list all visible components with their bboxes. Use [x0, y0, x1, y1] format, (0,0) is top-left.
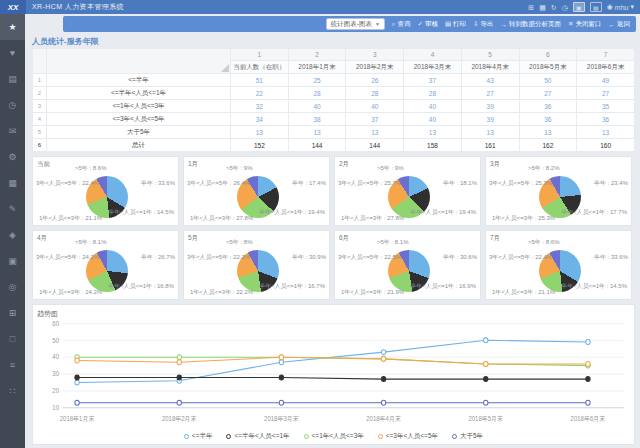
value-cell[interactable]: 13 — [288, 126, 346, 139]
toolbar-button-export[interactable]: ⇩导出 — [473, 20, 493, 29]
legend-marker-icon — [226, 434, 231, 439]
pie-slice-label: 半年<人员<=1年 : 14.5% — [561, 282, 627, 291]
value-cell[interactable]: 40 — [346, 100, 404, 113]
history-icon[interactable]: ◷ — [562, 4, 568, 11]
value-cell[interactable]: 40 — [404, 100, 462, 113]
value-cell[interactable]: 39 — [461, 113, 519, 126]
sidebar-item-diamond[interactable]: ◈ — [0, 222, 25, 248]
row-label: <=半年 — [47, 74, 231, 87]
value-cell[interactable]: 27 — [461, 87, 519, 100]
toolbar-button-back[interactable]: ←返回 — [609, 20, 631, 29]
pie-card-title: 7月 — [490, 234, 500, 243]
value-cell[interactable]: 50 — [519, 74, 577, 87]
pie-card-2月: 2月半年 : 18.1%半年<人员<=1年 : 19.4%1年<人员<=3年 :… — [334, 156, 481, 226]
goto-icon: → — [501, 21, 508, 28]
sidebar-item-dots[interactable]: ∷ — [0, 378, 25, 404]
value-cell[interactable]: 28 — [346, 87, 404, 100]
value-cell[interactable]: 40 — [404, 113, 462, 126]
value-cell[interactable]: 38 — [288, 113, 346, 126]
value-cell[interactable]: 49 — [577, 74, 635, 87]
toolbar-button-print[interactable]: ▤打印 — [445, 20, 466, 29]
view-select[interactable]: 统计图表-图表 ▼ — [326, 18, 385, 30]
row-label: <=1年<人员<=3年 — [47, 100, 231, 113]
data-point — [586, 340, 590, 345]
sidebar-item-grid[interactable]: ▤ — [0, 66, 25, 92]
sidebar-item-menu[interactable]: ≡ — [0, 352, 25, 378]
legend-item[interactable]: <=半年<人员<=1年 — [226, 432, 289, 441]
column-header: 2018年2月末 — [346, 61, 404, 74]
value-cell[interactable]: 34 — [231, 113, 289, 126]
value-cell[interactable]: 22 — [231, 87, 289, 100]
value-cell[interactable]: 35 — [577, 100, 635, 113]
pie-card-6月: 6月半年 : 30.6%半年<人员<=1年 : 16.9%1年<人员<=3年 :… — [334, 230, 481, 300]
value-cell[interactable]: 28 — [288, 87, 346, 100]
user-avatar-icon: ◉ — [607, 3, 613, 11]
legend-item[interactable]: <=1年<人员<=3年 — [304, 432, 364, 441]
sidebar-item-star[interactable]: ★ — [0, 14, 25, 40]
close-icon: ✕ — [568, 20, 573, 28]
column-number: 2 — [288, 49, 346, 61]
sidebar-item-box[interactable]: ▣ — [0, 248, 25, 274]
value-cell[interactable]: 13 — [231, 126, 289, 139]
value-cell[interactable]: 40 — [288, 100, 346, 113]
pie-grid: 当前半年 : 33.6%半年<人员<=1年 : 14.5%1年<人员<=3年 :… — [32, 156, 635, 300]
value-cell[interactable]: 13 — [346, 126, 404, 139]
value-cell[interactable]: 37 — [404, 74, 462, 87]
user-menu[interactable]: ◉ mhu ▾ — [607, 3, 634, 11]
value-cell[interactable]: 13 — [404, 126, 462, 139]
value-cell[interactable]: 13 — [577, 126, 635, 139]
refresh-icon[interactable]: ↻ — [551, 4, 557, 11]
value-cell[interactable]: 36 — [519, 100, 577, 113]
value-cell[interactable]: 32 — [231, 100, 289, 113]
value-cell[interactable]: 27 — [577, 87, 635, 100]
sidebar-item-doc[interactable]: □ — [0, 326, 25, 352]
value-cell[interactable]: 36 — [519, 113, 577, 126]
pie-card-title: 4月 — [37, 234, 47, 243]
expand-icon[interactable]: ⊞ — [528, 4, 534, 11]
value-cell[interactable]: 43 — [461, 74, 519, 87]
value-cell[interactable]: 27 — [519, 87, 577, 100]
pie-slice-label: 1年<人员<=3年 : 27.8% — [341, 214, 404, 223]
value-cell[interactable]: 25 — [288, 74, 346, 87]
sidebar-item-gear[interactable]: ⚙ — [0, 144, 25, 170]
sidebar-item-heart[interactable]: ♥ — [0, 40, 25, 66]
sidebar-item-target[interactable]: ◎ — [0, 274, 25, 300]
pie-slice-label: 半年 : 33.6% — [594, 253, 628, 262]
column-number: 6 — [519, 49, 577, 61]
value-cell[interactable]: 37 — [346, 113, 404, 126]
sidebar-item-plus[interactable]: ⊞ — [0, 300, 25, 326]
sidebar-item-chart[interactable]: ▦ — [0, 170, 25, 196]
sidebar-item-edit[interactable]: ✎ — [0, 196, 25, 222]
legend-item[interactable]: <=半年 — [184, 432, 213, 441]
value-cell[interactable]: 13 — [519, 126, 577, 139]
value-cell[interactable]: 39 — [461, 100, 519, 113]
apps-icon[interactable]: ▦ — [539, 4, 546, 11]
table-row: 4<=3年<人员<=5年34383740393636 — [33, 113, 635, 126]
trend-chart-card: 趋势图 1020304050602018年1月末2018年2月末2018年3月末… — [32, 304, 635, 445]
column-number: 4 — [404, 49, 462, 61]
pie-slice-label: 3年<人员<=5年 : 22.4% — [36, 179, 99, 188]
sidebar-item-mail[interactable]: ✉ — [0, 118, 25, 144]
data-point — [381, 356, 385, 361]
pie-slice-label: 3年<人员<=5年 : 22.2% — [187, 253, 250, 262]
pie-card-title: 1月 — [188, 160, 198, 169]
pie-slice-label: 3年<人员<=5年 : 25.7% — [338, 179, 401, 188]
data-point — [177, 400, 181, 405]
data-point — [586, 377, 590, 382]
value-cell[interactable]: 28 — [404, 87, 462, 100]
legend-item[interactable]: 大于5年 — [452, 432, 483, 441]
value-cell[interactable]: 51 — [231, 74, 289, 87]
x-tick-label: 2018年6月末 — [571, 415, 606, 423]
value-cell[interactable]: 26 — [346, 74, 404, 87]
toolbar-button-close[interactable]: ✕关闭窗口 — [568, 20, 601, 29]
window-list-button[interactable]: ▤ — [590, 2, 602, 12]
sidebar-item-clock[interactable]: ◷ — [0, 92, 25, 118]
user-name: mhu — [615, 4, 629, 11]
legend-item[interactable]: <=3年<人员<=5年 — [378, 432, 438, 441]
toolbar-button-check[interactable]: ✓审核 — [417, 20, 437, 29]
toolbar-button-search[interactable]: ⌕查询 — [392, 20, 411, 29]
value-cell[interactable]: 36 — [577, 113, 635, 126]
window-profile-button[interactable]: ▣ — [573, 2, 585, 12]
value-cell[interactable]: 13 — [461, 126, 519, 139]
toolbar-button-goto[interactable]: →转到数据分析页面 — [501, 20, 562, 29]
